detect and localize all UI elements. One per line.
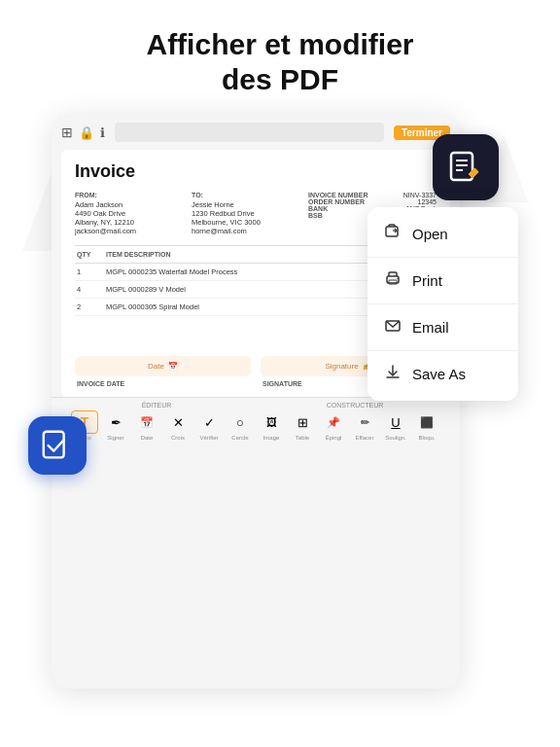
erase-label: Effacer xyxy=(356,435,374,441)
pin-label: Épingl xyxy=(326,435,342,441)
url-bar[interactable] xyxy=(115,123,384,142)
toolbar-table[interactable]: ⊞ Table xyxy=(289,410,316,441)
device-toolbar: ÉDITEUR CONSTRUCTEUR T Texte ✒ Signer 📅 … xyxy=(52,397,460,443)
toolbar-icons: T Texte ✒ Signer 📅 Date ✕ Croix ✓ Vér xyxy=(57,410,454,441)
block-icon-box: ⬛ xyxy=(413,410,440,434)
toolbar-image[interactable]: 🖼 Image xyxy=(258,410,285,441)
invoice-title: Invoice xyxy=(75,161,437,182)
device-topbar: ⊞ 🔒 ℹ Terminer xyxy=(52,115,460,150)
image-icon: 🖼 xyxy=(266,416,277,428)
constructor-section-label: CONSTRUCTEUR xyxy=(256,402,454,409)
table-icon-box: ⊞ xyxy=(289,410,316,434)
svg-point-12 xyxy=(397,278,399,280)
date-box[interactable]: Date 📅 xyxy=(75,356,251,376)
context-menu-open[interactable]: Open xyxy=(368,213,518,255)
toolbar-underline[interactable]: U Soulign. xyxy=(382,410,409,441)
toolbar-sections: ÉDITEUR CONSTRUCTEUR xyxy=(57,402,454,409)
circle-label: Cercle xyxy=(231,435,248,441)
toolbar-cross[interactable]: ✕ Croix xyxy=(164,410,192,441)
menu-separator xyxy=(368,350,518,351)
invoice-date-label: INVOICE DATE xyxy=(75,380,251,387)
cross-icon-box: ✕ xyxy=(164,410,192,434)
device-frame: ⊞ 🔒 ℹ Terminer Invoice FROM: Adam Jackso… xyxy=(52,115,460,689)
toolbar-sign[interactable]: ✒ Signer xyxy=(102,410,129,441)
toolbar-erase[interactable]: ✏ Effacer xyxy=(351,410,378,441)
email-label: Email xyxy=(412,319,449,336)
calendar-icon: 📅 xyxy=(168,362,178,371)
toolbar-date[interactable]: 📅 Date xyxy=(133,410,160,441)
circle-icon-box: ○ xyxy=(227,410,254,434)
block-icon: ⬛ xyxy=(420,416,434,429)
page-header: Afficher et modifier des PDF xyxy=(0,0,560,115)
underline-icon: U xyxy=(391,415,400,430)
sign-icon-box: ✒ xyxy=(102,410,129,434)
table-label: Table xyxy=(296,435,309,441)
date-icon: 📅 xyxy=(140,416,154,429)
editor-section-label: ÉDITEUR xyxy=(57,402,256,409)
check-svg xyxy=(40,428,75,463)
erase-icon-box: ✏ xyxy=(351,410,378,434)
image-icon-box: 🖼 xyxy=(258,410,285,434)
menu-separator xyxy=(368,303,518,304)
float-check-icon[interactable] xyxy=(28,416,87,475)
device-container: ⊞ 🔒 ℹ Terminer Invoice FROM: Adam Jackso… xyxy=(42,115,518,689)
cross-icon: ✕ xyxy=(173,415,184,430)
edit-svg xyxy=(447,149,484,186)
open-label: Open xyxy=(412,226,448,242)
toolbar-circle[interactable]: ○ Cercle xyxy=(227,410,254,441)
circle-icon: ○ xyxy=(236,415,244,430)
open-icon xyxy=(383,223,402,245)
toolbar-pin[interactable]: 📌 Épingl xyxy=(320,410,347,441)
toolbar-check[interactable]: ✓ Vérifier xyxy=(195,410,223,441)
title-line2: des PDF xyxy=(222,63,338,95)
invoice-from: FROM: Adam Jackson 4490 Oak Drive Albany… xyxy=(75,192,182,235)
page-title: Afficher et modifier des PDF xyxy=(39,27,521,97)
lock-icon: 🔒 xyxy=(79,125,94,140)
date-label: Date xyxy=(141,435,154,441)
date-icon-box: 📅 xyxy=(133,410,160,434)
context-menu-saveas[interactable]: Save As xyxy=(368,353,518,395)
print-label: Print xyxy=(412,272,442,289)
email-icon xyxy=(383,316,402,338)
context-menu-print[interactable]: Print xyxy=(368,260,518,302)
block-label: Bloqu. xyxy=(418,435,435,441)
image-label: Image xyxy=(263,435,280,441)
saveas-label: Save As xyxy=(412,366,466,382)
pin-icon-box: 📌 xyxy=(320,410,347,434)
sign-label: Signer xyxy=(107,435,123,441)
check-label: Vérifier xyxy=(199,435,218,441)
context-menu: Open Print Email xyxy=(368,207,518,401)
erase-icon: ✏ xyxy=(361,416,369,429)
grid-icon: ⊞ xyxy=(61,124,73,140)
float-edit-icon[interactable] xyxy=(433,134,499,200)
underline-icon-box: U xyxy=(382,410,409,434)
underline-label: Soulign. xyxy=(385,435,406,441)
table-icon: ⊞ xyxy=(298,415,308,430)
sign-icon: ✒ xyxy=(111,415,122,430)
title-line1: Afficher et modifier xyxy=(146,28,413,60)
invoice-to: TO: Jessie Horne 1230 Redbud Drive Melbo… xyxy=(192,192,298,235)
check-icon-box: ✓ xyxy=(195,410,223,434)
pin-icon: 📌 xyxy=(327,416,340,429)
print-icon xyxy=(383,269,402,292)
menu-separator xyxy=(368,257,518,258)
cross-label: Croix xyxy=(171,435,185,441)
check-icon: ✓ xyxy=(204,415,215,430)
info-icon: ℹ xyxy=(100,125,105,140)
saveas-icon xyxy=(383,363,402,385)
context-menu-email[interactable]: Email xyxy=(368,306,518,348)
toolbar-block[interactable]: ⬛ Bloqu. xyxy=(413,410,440,441)
